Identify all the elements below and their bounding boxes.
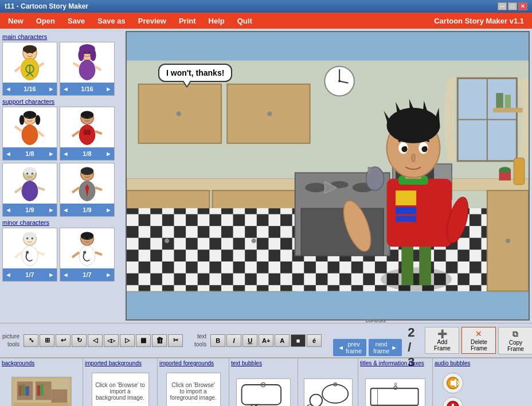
minor-characters-label: minor characters	[2, 219, 121, 226]
menu-new[interactable]: New	[2, 15, 29, 27]
char-support2-next[interactable]: ►	[105, 151, 112, 157]
svg-point-21	[19, 115, 25, 124]
next-frame-button[interactable]: next frame ►	[369, 339, 402, 356]
menu-bar: New Open Save Save as Preview Print Help…	[0, 13, 532, 29]
char-support4[interactable]: ◄ 1/9 ►	[60, 163, 115, 217]
menu-save[interactable]: Save	[62, 15, 91, 27]
svg-point-34	[89, 116, 91, 118]
menu-preview[interactable]: Preview	[132, 15, 172, 27]
svg-point-33	[84, 116, 85, 118]
char-support1[interactable]: ◄ 1/8 ►	[2, 107, 57, 161]
tool-special-char[interactable]: é	[307, 334, 322, 347]
tool-grid[interactable]: ▦	[136, 334, 151, 347]
imported-backgrounds-section: imported backgrounds Click on 'Browse' t…	[83, 358, 158, 406]
titles-info-section: titles & information boxes ◄ 1/6 ►	[358, 358, 433, 406]
copy-frame-button[interactable]: ⧉ Copy Frame	[498, 327, 532, 354]
minimize-button[interactable]: —	[498, 2, 507, 10]
imported-backgrounds-thumb: Click on 'Browse' to import a background…	[92, 373, 149, 407]
char-minor1[interactable]: ◄ 1/7 ►	[2, 228, 57, 282]
svg-line-27	[15, 126, 22, 131]
char-support3[interactable]: ◄ 1/9 ►	[2, 163, 57, 217]
tool-delete-pic[interactable]: 🗑	[152, 334, 167, 347]
char-main2-next[interactable]: ►	[105, 86, 112, 92]
svg-rect-113	[396, 207, 416, 214]
char-minor1-next[interactable]: ►	[48, 272, 54, 278]
prev-frame-button[interactable]: ◄ prev frame	[333, 339, 366, 356]
char-support4-prev[interactable]: ◄	[62, 207, 69, 213]
tool-italic[interactable]: I	[226, 334, 241, 347]
menu-print[interactable]: Print	[173, 15, 202, 27]
tool-flip-h[interactable]: ◁	[88, 334, 103, 347]
char-minor2-counter: 1/7	[83, 271, 91, 278]
audio-play-button[interactable]	[443, 373, 463, 393]
audio-bubbles-section: audio bubbles	[433, 358, 473, 406]
char-support3-counter: 1/9	[25, 206, 34, 213]
titles-info-content	[360, 368, 431, 406]
tool-redo[interactable]: ↻	[72, 334, 87, 347]
svg-point-65	[89, 237, 91, 239]
char-main1-next[interactable]: ►	[48, 86, 54, 92]
tool-undo[interactable]: ↩	[56, 334, 71, 347]
char-support1-prev[interactable]: ◄	[5, 151, 11, 157]
audio-bubble-speech-section: x ◄ 1/24 ►	[298, 358, 358, 406]
char-minor1-prev[interactable]: ◄	[5, 272, 11, 278]
add-frame-button[interactable]: ➕ Add Frame	[425, 327, 459, 354]
char-support2-prev[interactable]: ◄	[62, 151, 69, 157]
char-main1-prev[interactable]: ◄	[5, 86, 11, 92]
svg-rect-137	[18, 385, 22, 396]
close-button[interactable]: ✕	[518, 2, 527, 10]
tool-cut[interactable]: ✂	[168, 334, 183, 347]
tool-fit[interactable]: ⊞	[40, 334, 54, 347]
tool-color[interactable]: ■	[291, 334, 306, 347]
char-support1-next[interactable]: ►	[48, 151, 54, 157]
svg-point-41	[32, 173, 33, 174]
char-minor2-prev[interactable]: ◄	[62, 272, 69, 278]
svg-point-6	[23, 45, 37, 53]
char-main2-counter: 1/16	[81, 85, 93, 92]
svg-rect-114	[396, 216, 416, 222]
char-main2[interactable]: ◄ 1/16 ►	[60, 42, 115, 96]
svg-point-24	[22, 124, 38, 145]
char-minor2-next[interactable]: ►	[105, 272, 112, 278]
tool-flip-v[interactable]: ◁▷	[104, 334, 119, 347]
imported-backgrounds-content: Click on 'Browse' to import a background…	[85, 368, 155, 406]
svg-line-9	[15, 67, 21, 72]
char-main2-prev[interactable]: ◄	[62, 86, 69, 92]
tool-bold[interactable]: B	[210, 334, 225, 347]
svg-rect-140	[37, 385, 40, 396]
tool-mirror[interactable]: ▷	[120, 334, 135, 347]
char-minor2[interactable]: ◄ 1/7 ►	[60, 228, 115, 282]
svg-point-129	[425, 146, 427, 149]
tool-expand[interactable]: ⤡	[24, 334, 38, 347]
char-support3-prev[interactable]: ◄	[5, 207, 11, 213]
support-char-1-svg	[7, 109, 53, 146]
char-support2[interactable]: ◄ 1/8 ►	[60, 107, 115, 161]
audio-record-button[interactable]	[443, 397, 463, 406]
tool-font-larger[interactable]: A+	[259, 334, 273, 347]
menu-open[interactable]: Open	[30, 15, 61, 27]
picture-tools-rows: ⤡ ⊞ ↩ ↻ ◁ ◁▷ ▷ ▦ 🗑 ✂	[24, 334, 183, 347]
svg-point-14	[90, 49, 96, 61]
svg-line-28	[38, 131, 44, 136]
menu-quit[interactable]: Quit	[232, 15, 258, 27]
svg-point-53	[24, 232, 37, 240]
window-controls[interactable]: — □ ✕	[498, 2, 527, 10]
tool-font-smaller[interactable]: A	[275, 334, 290, 347]
char-main1[interactable]: ◄ 1/16 ►	[2, 42, 57, 96]
char-support4-nav: ◄ 1/9 ►	[60, 204, 114, 216]
titles-info-preview-svg	[368, 379, 423, 407]
char-support3-next[interactable]: ►	[48, 207, 54, 213]
text-bubbles-label: text bubbles	[231, 360, 296, 366]
imported-foregrounds-label: imported foregrounds	[159, 360, 227, 366]
menu-save-as[interactable]: Save as	[92, 15, 131, 27]
menu-help[interactable]: Help	[203, 15, 230, 27]
titles-info-label: titles & information boxes	[360, 360, 431, 366]
tool-underline[interactable]: U	[242, 334, 257, 347]
picture-tools-group: picturetools ⤡ ⊞ ↩ ↻ ◁ ◁▷ ▷ ▦ 🗑 ✂	[2, 333, 183, 349]
char-support4-next[interactable]: ►	[105, 207, 112, 213]
backgrounds-label: backgrounds	[2, 360, 81, 366]
delete-frame-button[interactable]: ✕ Delete Frame	[461, 327, 496, 354]
maximize-button[interactable]: □	[508, 2, 517, 10]
svg-point-64	[84, 237, 85, 239]
center-canvas: I won't, thanks!	[123, 29, 532, 323]
